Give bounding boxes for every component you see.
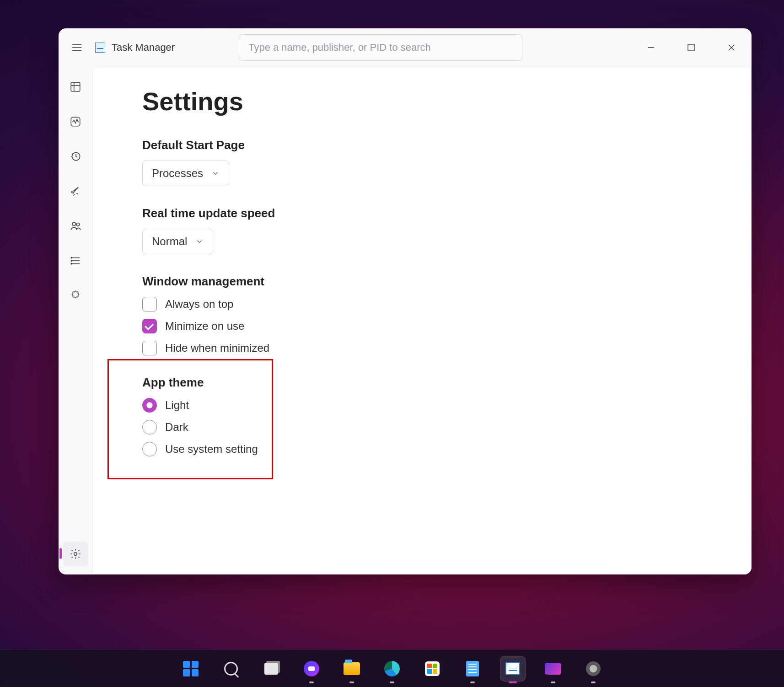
default-start-page-block: Default Start Page Processes [142,138,751,186]
maximize-button[interactable] [671,28,711,67]
window-controls [631,28,752,67]
taskbar-task-view[interactable] [258,656,284,682]
theme-light-radio[interactable] [142,398,157,413]
app-theme-block: App theme Light Dark Use system setting [142,376,751,456]
nav-details[interactable] [64,249,87,273]
minimize-on-use-row[interactable]: Minimize on use [142,319,751,333]
chevron-down-icon [195,237,204,246]
theme-system-label: Use system setting [165,443,258,456]
update-speed-value: Normal [152,235,187,248]
nav-settings[interactable] [63,542,88,566]
app-title: Task Manager [112,42,175,54]
taskbar-chat[interactable] [299,656,324,682]
update-speed-dropdown[interactable]: Normal [142,229,213,254]
update-speed-block: Real time update speed Normal [142,206,751,254]
theme-system-row[interactable]: Use system setting [142,442,751,456]
update-speed-label: Real time update speed [142,206,751,220]
task-manager-icon [95,43,105,53]
nav-users[interactable] [64,214,87,238]
theme-light-row[interactable]: Light [142,398,751,413]
task-manager-window: Task Manager [59,28,752,574]
svg-rect-0 [688,44,694,51]
theme-dark-label: Dark [165,421,188,434]
nav-app-history[interactable] [64,145,87,168]
theme-dark-row[interactable]: Dark [142,420,751,435]
minimize-on-use-checkbox[interactable] [142,319,157,333]
sidebar [59,67,92,574]
taskbar-clipchamp[interactable] [540,656,566,682]
always-on-top-checkbox[interactable] [142,297,157,311]
theme-system-radio[interactable] [142,442,157,456]
title-bar: Task Manager [59,28,752,67]
taskbar-notepad[interactable] [460,656,485,682]
svg-rect-1 [71,82,80,91]
chevron-down-icon [211,169,220,177]
settings-page: Settings Default Start Page Processes Re… [92,67,752,574]
svg-point-9 [74,553,77,556]
nav-services[interactable] [64,284,87,307]
minimize-on-use-label: Minimize on use [165,320,244,333]
page-title: Settings [142,86,751,116]
svg-point-6 [71,257,72,258]
taskbar-search[interactable] [218,656,244,682]
minimize-button[interactable] [631,28,671,67]
hamburger-menu-button[interactable] [64,35,90,60]
taskbar-task-manager[interactable] [500,656,526,682]
search-input[interactable] [239,34,522,61]
always-on-top-label: Always on top [165,298,233,311]
hide-when-minimized-row[interactable]: Hide when minimized [142,341,751,355]
window-management-label: Window management [142,274,751,289]
svg-point-5 [76,223,80,226]
taskbar-store[interactable] [419,656,445,682]
nav-performance[interactable] [64,110,87,134]
default-start-page-label: Default Start Page [142,138,751,152]
hide-when-minimized-label: Hide when minimized [165,342,269,354]
hide-when-minimized-checkbox[interactable] [142,341,157,355]
app-theme-label: App theme [142,376,751,390]
window-body: Settings Default Start Page Processes Re… [59,67,752,574]
default-start-page-value: Processes [152,167,203,180]
taskbar-edge[interactable] [379,656,405,682]
window-management-block: Window management Always on top Minimize… [142,274,751,355]
svg-point-4 [72,222,76,226]
default-start-page-dropdown[interactable]: Processes [142,161,229,186]
taskbar-file-explorer[interactable] [339,656,365,682]
always-on-top-row[interactable]: Always on top [142,297,751,311]
taskbar [0,649,784,687]
svg-point-7 [71,260,72,261]
close-button[interactable] [711,28,752,67]
svg-point-8 [71,263,72,264]
theme-dark-radio[interactable] [142,420,157,435]
theme-light-label: Light [165,399,189,412]
nav-processes[interactable] [64,75,87,99]
taskbar-settings[interactable] [580,656,606,682]
search-wrap [239,34,522,61]
taskbar-start[interactable] [178,656,204,682]
nav-startup-apps[interactable] [64,179,87,203]
